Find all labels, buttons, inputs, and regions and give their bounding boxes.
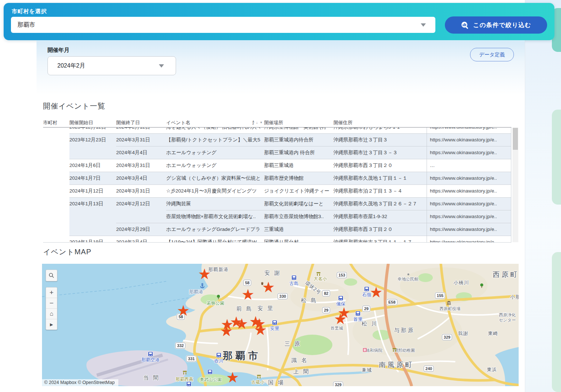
column-header-address: 開催住所 <box>333 118 427 127</box>
event-star-marker[interactable]: ★ <box>220 324 233 338</box>
table-cell: 2024年1月19日 <box>69 236 116 243</box>
table-row[interactable]: 2024年4月4日ホエールウォッチング那覇三重城港内 待合所沖縄県那覇市辻３丁目… <box>43 146 511 159</box>
apply-filter-button[interactable]: この条件で絞り込む <box>445 16 547 34</box>
table-cell: ホエールウォッチングGradeグレードプラ <box>166 223 264 236</box>
table-cell <box>43 236 69 243</box>
train-station-icon <box>291 275 297 280</box>
column-menu-caret-icon[interactable]: ▼ <box>260 119 263 127</box>
school-icon <box>393 348 397 352</box>
table-cell: 2024年3月31日 <box>116 159 166 172</box>
table-cell: 【1/19〜2/4】国際通り屋台村にて暖流W <box>166 236 264 243</box>
museum-icon <box>447 301 451 305</box>
event-star-marker[interactable]: ★ <box>262 280 275 294</box>
chevron-down-icon <box>421 23 426 27</box>
map-place-label: 環状2号 <box>304 279 323 296</box>
table-cell: 国際通り屋台村 <box>264 236 333 243</box>
month-select-value: 2024年2月 <box>48 62 85 70</box>
table-cell: ホエールウォッチング <box>166 146 264 159</box>
table-cell: https://www.okinawastory.jp/e.. <box>427 210 511 223</box>
table-cell: 那覇市歴史博物館 <box>264 172 333 184</box>
train-station-icon <box>338 296 343 301</box>
event-table-viewport[interactable]: 2023年12月12日2024年2月12日海を越える人々（後期） 旧石器時代の人… <box>43 128 511 243</box>
month-filter-label: 開催年月 <box>47 47 69 54</box>
road-shield: E58 <box>386 299 397 305</box>
zoom-in-button[interactable]: + <box>46 288 57 298</box>
hospital-icon <box>363 348 367 352</box>
expand-controls-button[interactable]: ▶ <box>46 319 57 330</box>
table-cell: 2024年2月12日 <box>116 128 166 133</box>
table-cell: 沖縄県那覇市久茂地１丁目１－１ <box>333 172 427 184</box>
table-row[interactable]: 2024年1月12日2024年3月31日☆彡2024年1月〜3月慶良間ダイビング… <box>43 184 511 197</box>
event-map-title: イベントMAP <box>43 247 91 257</box>
data-definition-button[interactable]: データ定義 <box>470 48 514 61</box>
table-cell: 2024年1月6日 <box>69 159 116 172</box>
table-row[interactable]: 2023年12月12日2024年2月12日海を越える人々（後期） 旧石器時代の人… <box>43 128 511 133</box>
table-cell: 【那覇発/トクトクセットプラン】＼最大5 <box>166 133 264 146</box>
school-icon <box>257 375 261 378</box>
table-cell: 2024年1月12日 <box>69 184 116 197</box>
table-row[interactable]: 2024年1月6日2024年3月31日ホエールウォッチング那覇三重城港沖縄県那覇… <box>43 159 511 172</box>
dot-icon <box>407 273 409 275</box>
event-star-marker[interactable]: ★ <box>370 285 383 300</box>
table-cell: 壺屋焼物博物館×那覇市文化芸術劇場な.. <box>166 210 264 223</box>
map-place-label: 我謝 <box>458 330 468 337</box>
map-search-button[interactable] <box>46 270 57 281</box>
table-row[interactable]: 2024年1月13日2024年2月12日沖縄陶芸展那覇文化芸術劇場なはーと沖縄県… <box>43 197 511 210</box>
table-row[interactable]: 壺屋焼物博物館×那覇市文化芸術劇場な..那覇市立壺屋焼物博物館3..沖縄県那覇市… <box>43 210 511 223</box>
map-place-label: 与那原 <box>394 327 415 334</box>
train-station-icon <box>364 286 369 292</box>
map-place-label: 東浜 <box>487 366 497 373</box>
event-star-marker[interactable]: ★ <box>177 303 190 318</box>
table-scrollbar[interactable] <box>512 128 518 242</box>
decorative-blob <box>552 110 561 205</box>
column-header-municipality: 市町村 <box>43 118 69 127</box>
table-cell: https://www.okinawastory.jp/e.. <box>427 133 511 146</box>
home-button[interactable]: ⌂ <box>46 308 57 319</box>
table-cell <box>43 128 69 133</box>
train-station-icon <box>216 353 221 358</box>
map-place-label: センター <box>499 317 516 323</box>
sort-arrow-icon[interactable]: ↓ <box>256 121 258 125</box>
map-overlay: 那覇新港安 謝環状2号大名小幸地公民館小橋川西原町小那松 島松 川首里城西原町役… <box>42 264 519 386</box>
municipality-select[interactable]: 那覇市 <box>11 17 435 33</box>
table-cell: ジョイクリエイト沖縄ティー <box>264 184 333 197</box>
map-place-label: 那覇新港 <box>208 266 229 273</box>
event-star-marker[interactable]: ★ <box>241 287 255 302</box>
data-definition-button-label: データ定義 <box>479 52 505 58</box>
dashboard-page: 市町村を選択 那覇市 この条件で絞り込む 開催年月 2024年2月 データ定義 … <box>0 0 561 392</box>
table-cell <box>69 210 116 223</box>
table-row[interactable]: 2023年12月23日2024年3月31日【那覇発/トクトクセットプラン】＼最大… <box>43 133 511 146</box>
table-cell: https://www.okinawastory.jp/e.. <box>427 172 511 184</box>
map-attribution[interactable]: © 2024 Mapbox © OpenStreetMap <box>42 379 118 386</box>
table-row[interactable]: 2024年1月19日2024年2月4日【1/19〜2/4】国際通り屋台村にて暖流… <box>43 236 511 243</box>
event-table-header: 市町村 開催開始日 開催終了日 イベント名 AZ ↓ ▼ 開催場所 開催住所 <box>43 118 511 128</box>
table-cell <box>116 210 166 223</box>
train-station-label: 壺川 <box>214 358 224 364</box>
table-cell: 那覇三重城港内待合所 <box>264 133 333 146</box>
event-star-marker[interactable]: ★ <box>254 323 267 337</box>
event-star-marker[interactable]: ★ <box>226 370 239 385</box>
map-place-label: 那覇市 <box>223 349 261 362</box>
table-row[interactable]: 2024年2月29日ホエールウォッチングGradeグレードプラ三重城港沖縄県那覇… <box>43 223 511 236</box>
sort-az-icon[interactable]: AZ <box>252 121 254 125</box>
event-star-marker[interactable]: ★ <box>198 267 211 281</box>
table-cell: https://www.okinawastory.jp/e.. <box>427 197 511 210</box>
road-shield: 82 <box>322 290 330 297</box>
event-star-marker[interactable]: ★ <box>334 312 347 326</box>
map-place-label: 識 名 <box>291 357 308 364</box>
table-cell: 2023年12月12日 <box>69 128 116 133</box>
zoom-out-button[interactable]: − <box>46 298 57 308</box>
table-cell: 那覇文化芸術劇場なはーと <box>264 197 333 210</box>
map-place-label: 東崎 <box>488 330 498 337</box>
road-shield: 58 <box>243 280 251 286</box>
table-row[interactable]: 2024年1月7日2024年3月4日グシ宮城（ぐしみやぎ）家資料展〜伝統と那覇市… <box>43 172 511 184</box>
table-cell: https://www.okinawastory.jp/e.. <box>427 223 511 236</box>
table-scrollbar-thumb[interactable] <box>513 128 518 150</box>
event-star-marker[interactable]: ★ <box>235 316 248 331</box>
road-shield: 29 <box>362 306 370 312</box>
map-place-label: 幸地公民館 <box>397 277 419 282</box>
table-cell <box>43 210 69 223</box>
train-station-icon <box>272 320 277 325</box>
month-select[interactable]: 2024年2月 <box>47 56 176 75</box>
event-map[interactable]: 那覇新港安 謝環状2号大名小幸地公民館小橋川西原町小那松 島松 川首里城西原町役… <box>42 264 519 386</box>
